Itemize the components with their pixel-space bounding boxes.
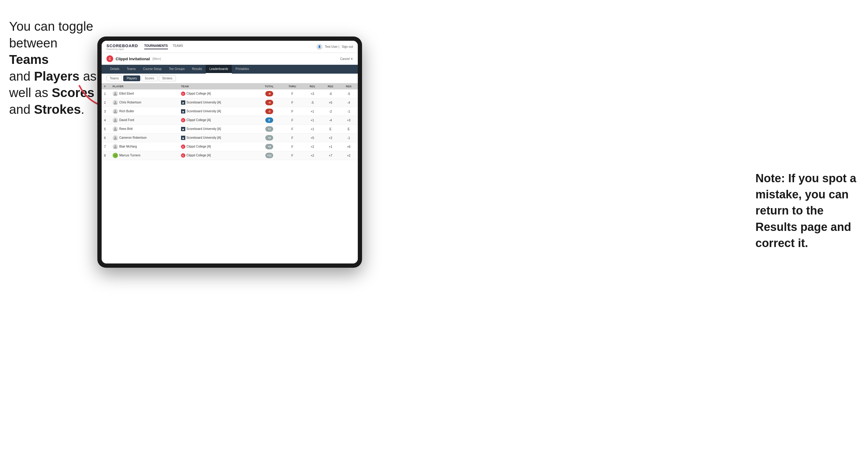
subtab-teams[interactable]: Teams (106, 75, 122, 81)
cell-rd2: E (321, 125, 340, 133)
team-name: Scoreboard University [A] (186, 127, 221, 130)
header-right: 👤 Test User | Sign out (316, 44, 353, 50)
tab-printables[interactable]: Printables (232, 65, 252, 74)
cell-rd3: -1 (340, 133, 358, 143)
subtab-players[interactable]: Players (123, 75, 140, 81)
cell-thru: F (281, 98, 303, 107)
player-name: Rich Butler (119, 110, 134, 113)
table-row[interactable]: 5Rees Britt▣Scoreboard University [A]+1F… (102, 125, 358, 133)
cell-player: Cameron Robertson (110, 133, 179, 143)
player-name: Blair McHarg (119, 145, 137, 148)
tab-teams[interactable]: Teams (123, 65, 140, 74)
table-row[interactable]: 7Blair McHargCClippd College [A]+9F+2+1+… (102, 143, 358, 151)
cell-player: Rich Butler (110, 107, 179, 116)
cell-total: -2 (257, 107, 281, 116)
cell-rd1: -5 (303, 98, 321, 107)
team-logo: C (181, 92, 185, 96)
player-avatar (113, 100, 118, 105)
logo-sub: Powered by clippd (106, 48, 138, 50)
user-avatar: 👤 (316, 44, 322, 50)
cell-team: ▣Scoreboard University [A] (179, 125, 257, 133)
score-badge: +6 (265, 135, 273, 141)
cell-total: +9 (257, 143, 281, 151)
cell-rd1: +1 (303, 116, 321, 125)
players-table: # PLAYER TEAM TOTAL THRU RD1 RD2 RD3 1El… (102, 83, 358, 160)
player-name: David Ford (119, 118, 134, 122)
nav-teams[interactable]: TEAMS (173, 44, 183, 49)
cell-total: +6 (257, 133, 281, 143)
cell-rd1: +2 (303, 143, 321, 151)
team-logo: C (181, 153, 185, 158)
cell-thru: F (281, 133, 303, 143)
cell-rd2: +2 (321, 133, 340, 143)
tab-results[interactable]: Results (188, 65, 206, 74)
player-avatar (113, 108, 118, 114)
cell-rd1: +3 (303, 89, 321, 98)
cell-rank: 7 (102, 143, 110, 151)
player-avatar (113, 91, 118, 96)
tournament-title-row: C Clippd Invitational (Men) (106, 55, 161, 62)
tab-details[interactable]: Details (106, 65, 123, 74)
table-row[interactable]: 2Chris Robertson▣Scoreboard University [… (102, 98, 358, 107)
col-rd3: RD3 (340, 83, 358, 89)
player-avatar: 🌿 (113, 153, 118, 158)
tab-tee-groups[interactable]: Tee Groups (165, 65, 188, 74)
cell-team: CClippd College [A] (179, 143, 257, 151)
player-name: Chris Robertson (119, 101, 141, 104)
col-thru: THRU (281, 83, 303, 89)
cell-rank: 5 (102, 125, 110, 133)
team-logo: C (181, 145, 185, 149)
team-logo: ▣ (181, 109, 185, 114)
col-rd2: RD2 (321, 83, 340, 89)
bold-teams: Teams (9, 52, 49, 67)
cell-total: -4 (257, 98, 281, 107)
cell-player: Elliot Ebert (110, 89, 179, 98)
table-row[interactable]: 6Cameron Robertson▣Scoreboard University… (102, 133, 358, 143)
cell-rank: 1 (102, 89, 110, 98)
cell-total: E (257, 116, 281, 125)
player-avatar (113, 144, 118, 149)
tab-course-setup[interactable]: Course Setup (140, 65, 165, 74)
col-total: TOTAL (257, 83, 281, 89)
tablet-screen: SCOREBOARD Powered by clippd TOURNAMENTS… (102, 41, 358, 263)
team-name: Clippd College [A] (186, 118, 211, 122)
app-header: SCOREBOARD Powered by clippd TOURNAMENTS… (102, 41, 358, 53)
team-logo: ▣ (181, 136, 185, 140)
subtab-strokes[interactable]: Strokes (159, 75, 176, 81)
tournament-header: C Clippd Invitational (Men) Cancel ✕ (102, 53, 358, 65)
cell-rd2: -6 (321, 89, 340, 98)
cell-thru: F (281, 143, 303, 151)
team-name: Clippd College [A] (186, 145, 211, 148)
tab-leaderboards[interactable]: Leaderboards (206, 65, 232, 74)
subtab-scores[interactable]: Scores (142, 75, 158, 81)
table-row[interactable]: 1Elliot EbertCClippd College [A]-8F+3-6-… (102, 89, 358, 98)
cancel-button[interactable]: Cancel ✕ (340, 57, 353, 61)
cell-rd1: +5 (303, 133, 321, 143)
team-name: Clippd College [A] (186, 92, 211, 95)
right-annotation: Note: If you spot a mistake, you can ret… (755, 170, 859, 251)
cell-thru: F (281, 125, 303, 133)
cell-rd1: +1 (303, 125, 321, 133)
table-row[interactable]: 3Rich Butler▣Scoreboard University [A]-2… (102, 107, 358, 116)
player-avatar (113, 135, 118, 141)
sign-out-link[interactable]: Sign out (342, 45, 353, 49)
col-team: TEAM (179, 83, 257, 89)
cell-player: 🌿Marcus Turners (110, 151, 179, 160)
tournament-name: Clippd Invitational (116, 57, 150, 61)
table-row[interactable]: 4David FordCClippd College [A]EF+1-4+3 (102, 116, 358, 125)
cell-thru: F (281, 151, 303, 160)
cell-rd2: +5 (321, 98, 340, 107)
cell-rd3: +6 (340, 143, 358, 151)
table-row[interactable]: 8🌿Marcus TurnersCClippd College [A]+11F+… (102, 151, 358, 160)
user-label: Test User | (325, 45, 340, 49)
player-avatar (113, 126, 118, 132)
nav-tournaments[interactable]: TOURNAMENTS (144, 44, 168, 49)
player-name: Rees Britt (119, 127, 133, 130)
table-header-row: # PLAYER TEAM TOTAL THRU RD1 RD2 RD3 (102, 83, 358, 89)
cell-team: ▣Scoreboard University [A] (179, 133, 257, 143)
cell-rd3: -5 (340, 89, 358, 98)
player-name: Elliot Ebert (119, 92, 134, 95)
logo-area: SCOREBOARD Powered by clippd (106, 43, 138, 50)
cell-thru: F (281, 89, 303, 98)
cell-rank: 8 (102, 151, 110, 160)
